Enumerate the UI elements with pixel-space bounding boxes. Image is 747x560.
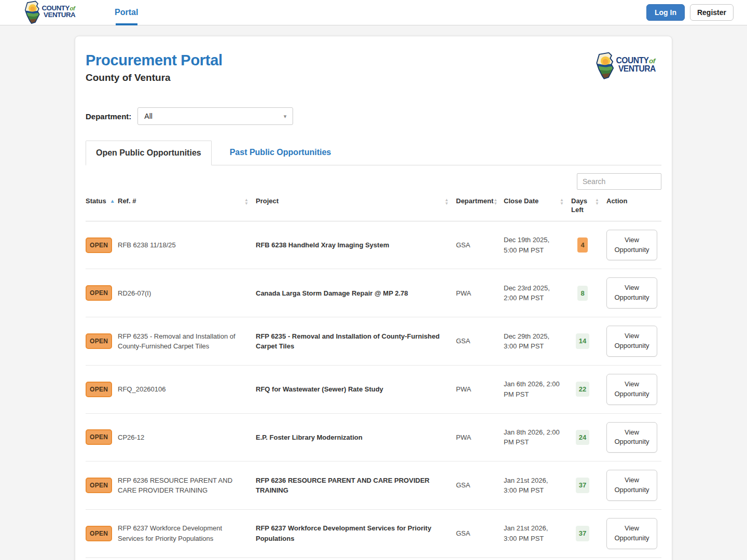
column-header-project[interactable]: Project ▲▼ [256,197,456,215]
ref-cell: CP26-12 [118,432,256,443]
nav-tab-active-underline [116,23,137,25]
department-selected-value: All [144,112,153,120]
table-row: OPEN CP26-12 E.P. Foster Library Moderni… [86,414,661,462]
table-row: OPEN RFP 6236 RESOURCE PARENT AND CARE P… [86,461,661,510]
project-cell: RFP 6235 - Removal and Installation of C… [256,331,456,352]
status-badge: OPEN [86,237,112,253]
procurement-portal-card: Procurement Portal County of Ventura COU… [75,36,672,560]
ref-cell: RD26-07(I) [118,288,256,299]
status-cell: OPEN [86,237,118,253]
top-navbar: COUNTYof VENTURA Portal Log In Register [0,0,747,25]
close-date-cell: Dec 29th 2025, 3:00 PM PST [504,331,571,352]
days-left-badge: 14 [576,333,589,349]
svg-text:COUNTYof: COUNTYof [616,56,656,65]
status-badge: OPEN [86,333,112,349]
days-left-badge: 8 [577,286,587,301]
status-badge: OPEN [86,429,112,445]
department-cell: GSA [456,336,504,346]
action-cell: View Opportunity [606,326,661,357]
action-cell: View Opportunity [606,230,661,261]
sort-icon: ▲▼ [560,198,564,205]
days-left-badge: 24 [576,430,589,445]
days-left-cell: 4 [571,237,606,253]
tab-open-public-opportunities[interactable]: Open Public Opportunities [86,141,212,165]
register-button[interactable]: Register [690,4,734,21]
project-cell: RFP 6237 Workforce Development Services … [256,523,456,543]
ref-cell: RFP 6237 Workforce Development Services … [118,523,256,543]
department-cell: PWA [456,288,504,299]
action-cell: View Opportunity [606,518,661,549]
days-left-cell: 37 [571,526,606,541]
card-header: Procurement Portal County of Ventura COU… [86,50,661,92]
column-header-days-left[interactable]: Days Left ▲▼ [571,197,606,215]
close-date-cell: Dec 19th 2025, 5:00 PM PST [504,235,571,255]
tab-past-public-opportunities[interactable]: Past Public Opportunities [220,141,341,165]
project-cell: E.P. Foster Library Modernization [256,432,456,443]
ref-cell: RFP 6235 - Removal and Installation of C… [118,331,256,352]
county-ventura-logo-large: COUNTYof VENTURA [590,52,661,80]
project-cell: RFQ for Wastewater (Sewer) Rate Study [256,384,456,395]
column-header-ref[interactable]: Ref. # ▲▼ [118,197,256,215]
department-cell: GSA [456,480,504,491]
view-opportunity-button[interactable]: View Opportunity [606,277,657,309]
search-input[interactable] [577,173,661,190]
svg-text:VENTURA: VENTURA [44,11,76,19]
table-row: OPEN RFB 6238 11/18/25 RFB 6238 Handheld… [86,221,661,270]
close-date-cell: Jan 21st 2026, 3:00 PM PST [504,475,571,496]
department-cell: PWA [456,432,504,443]
action-cell: View Opportunity [606,277,661,309]
action-cell: View Opportunity [606,470,661,501]
ref-cell: RFB 6238 11/18/25 [118,240,256,250]
project-cell: RFB 6238 Handheld Xray Imaging System [256,240,456,250]
search-row [86,173,661,190]
days-left-cell: 8 [571,286,606,301]
county-ventura-logo[interactable]: COUNTYof VENTURA [20,0,80,25]
status-badge: OPEN [86,382,112,397]
department-select[interactable]: All ▾ [137,107,293,125]
department-filter-row: Department: All ▾ [86,107,661,125]
view-opportunity-button[interactable]: View Opportunity [606,326,657,357]
days-left-badge: 22 [576,382,589,397]
department-cell: GSA [456,240,504,250]
close-date-cell: Jan 21st 2026, 3:00 PM PST [504,523,571,543]
column-header-department[interactable]: Department ▲▼ [456,197,504,215]
opportunity-tabs: Open Public Opportunities Past Public Op… [86,141,661,165]
close-date-cell: Jan 6th 2026, 2:00 PM PST [504,379,571,399]
status-cell: OPEN [86,526,118,541]
days-left-badge: 37 [576,526,589,541]
status-badge: OPEN [86,526,112,541]
days-left-cell: 24 [571,430,606,445]
svg-text:VENTURA: VENTURA [618,64,656,73]
nav-actions: Log In Register [646,4,734,21]
page-title: Procurement Portal [86,52,223,69]
status-cell: OPEN [86,333,118,349]
nav-tab-portal[interactable]: Portal [115,0,138,25]
view-opportunity-button[interactable]: View Opportunity [606,518,657,549]
nav-tab-portal-label: Portal [115,8,138,17]
days-left-badge: 37 [576,478,589,493]
column-header-close-date[interactable]: Close Date ▲▼ [504,197,571,215]
department-cell: GSA [456,528,504,539]
action-cell: View Opportunity [606,374,661,405]
view-opportunity-button[interactable]: View Opportunity [606,470,657,501]
table-row: OPEN RD26-07(I) Canada Larga Storm Damag… [86,269,661,317]
view-opportunity-button[interactable]: View Opportunity [606,422,657,453]
view-opportunity-button[interactable]: View Opportunity [606,230,657,261]
status-badge: OPEN [86,478,112,493]
login-button[interactable]: Log In [646,4,685,21]
column-header-action: Action [606,197,661,215]
county-ventura-logo-icon: COUNTYof VENTURA [20,1,80,24]
table-row: OPEN RFQ_20260106 RFQ for Wastewater (Se… [86,366,661,414]
table-row: OPEN RFP 6235 - Removal and Installation… [86,317,661,366]
project-cell: RFP 6236 RESOURCE PARENT AND CARE PROVID… [256,475,456,496]
sort-icon: ▲▼ [244,198,248,205]
days-left-badge: 4 [577,237,587,253]
sort-icon: ▲▼ [493,198,497,205]
sort-icon: ▲▼ [595,198,599,205]
column-header-status[interactable]: Status ▲ [86,197,118,215]
view-opportunity-button[interactable]: View Opportunity [606,374,657,405]
ref-cell: RFQ_20260106 [118,384,256,395]
status-cell: OPEN [86,429,118,445]
status-cell: OPEN [86,285,118,301]
status-cell: OPEN [86,382,118,397]
